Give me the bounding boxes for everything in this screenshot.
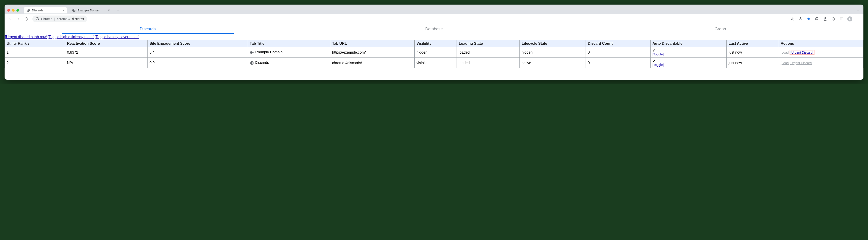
check-icon: ✔ bbox=[652, 49, 724, 53]
page-tabstrip: Discards Database Graph bbox=[5, 24, 863, 34]
omnibox-scheme: Chrome bbox=[41, 17, 53, 21]
browser-tab-discards[interactable]: Discards × bbox=[24, 7, 67, 13]
omnibox[interactable]: Chrome | chrome://discards bbox=[32, 16, 87, 22]
tab-discards[interactable]: Discards bbox=[5, 24, 291, 34]
cell-auto-discardable: ✔ [Toggle] bbox=[651, 58, 727, 68]
table-row: 2 N/A 0.0 Discards chrome://discards/ vi… bbox=[5, 58, 863, 68]
col-reactivation-score[interactable]: Reactivation Score bbox=[65, 40, 148, 47]
header-label: Loading State bbox=[459, 41, 483, 46]
toggle-battery-saver-link[interactable]: [Toggle battery saver mode] bbox=[95, 35, 140, 39]
chevron-down-icon[interactable]: ⌄ bbox=[857, 8, 859, 12]
back-button[interactable] bbox=[7, 16, 13, 22]
tab-database[interactable]: Database bbox=[291, 24, 577, 34]
load-action-link: [Load] bbox=[781, 61, 789, 65]
col-actions[interactable]: Actions bbox=[779, 40, 863, 47]
top-action-links: [Urgent discard a tab now][Toggle high e… bbox=[5, 34, 863, 40]
tab-graph[interactable]: Graph bbox=[577, 24, 863, 34]
cell-actions: [Load][Urgent Discard] bbox=[779, 47, 863, 58]
page-content: Discards Database Graph [Urgent discard … bbox=[5, 24, 863, 80]
new-tab-button[interactable]: + bbox=[115, 7, 121, 13]
side-panel-icon[interactable] bbox=[838, 16, 845, 22]
cell-title-text: Discards bbox=[255, 61, 269, 65]
header-label: Last Active bbox=[728, 41, 748, 46]
close-icon[interactable]: × bbox=[62, 8, 64, 12]
zoom-icon[interactable] bbox=[789, 16, 796, 22]
cell-engagement: 6.4 bbox=[148, 47, 248, 58]
col-utility-rank[interactable]: Utility Rank▲ bbox=[5, 40, 65, 47]
svg-point-5 bbox=[832, 18, 835, 20]
chrome-logo-icon bbox=[36, 17, 39, 21]
cell-last-active: just now bbox=[727, 47, 779, 58]
share-icon[interactable] bbox=[797, 16, 804, 22]
close-icon[interactable]: × bbox=[108, 8, 110, 12]
cell-last-active: just now bbox=[727, 58, 779, 68]
browser-tab-example[interactable]: Example Domain × bbox=[69, 7, 113, 13]
cell-rank: 2 bbox=[5, 58, 65, 68]
col-lifecycle-state[interactable]: Lifecycle State bbox=[520, 40, 586, 47]
col-site-engagement[interactable]: Site Engagement Score bbox=[148, 40, 248, 47]
cell-url: chrome://discards/ bbox=[330, 58, 414, 68]
cell-visibility: visible bbox=[414, 58, 457, 68]
table-header-row: Utility Rank▲ Reactivation Score Site En… bbox=[5, 40, 863, 47]
col-discard-count[interactable]: Discard Count bbox=[586, 40, 651, 47]
titlebar: Discards × Example Domain × + ⌄ bbox=[5, 5, 863, 14]
cell-title: Discards bbox=[248, 58, 330, 68]
toolbar: Chrome | chrome://discards bbox=[5, 14, 863, 24]
table-row: 1 0.8372 6.4 Example Domain https://exam… bbox=[5, 47, 863, 58]
load-action-link: [Load] bbox=[781, 51, 789, 54]
cell-reactivation: 0.8372 bbox=[65, 47, 148, 58]
urgent-discard-action-link[interactable]: [Urgent Discard] bbox=[790, 51, 813, 54]
cell-loading: loaded bbox=[457, 58, 520, 68]
header-label: Site Engagement Score bbox=[150, 41, 190, 46]
col-auto-discardable[interactable]: Auto Discardable bbox=[651, 40, 727, 47]
window-minimize-button[interactable] bbox=[12, 9, 14, 12]
cell-engagement: 0.0 bbox=[148, 58, 248, 68]
globe-icon bbox=[250, 51, 254, 55]
cell-title: Example Domain bbox=[248, 47, 330, 58]
auto-discardable-toggle-link[interactable]: [Toggle] bbox=[652, 63, 724, 67]
browser-tab-label: Discards bbox=[32, 9, 43, 12]
cell-auto-discardable: ✔ [Toggle] bbox=[651, 47, 727, 58]
globe-icon bbox=[26, 8, 30, 12]
bookmark-star-icon[interactable] bbox=[806, 16, 812, 22]
window-controls bbox=[7, 9, 19, 12]
col-visibility[interactable]: Visibility bbox=[414, 40, 457, 47]
highlight-annotation: [Urgent Discard] bbox=[789, 50, 814, 55]
urgent-discard-now-link[interactable]: [Urgent discard a tab now] bbox=[5, 35, 48, 39]
col-tab-url[interactable]: Tab URL bbox=[330, 40, 414, 47]
cell-discard-count: 0 bbox=[586, 58, 651, 68]
col-loading-state[interactable]: Loading State bbox=[457, 40, 520, 47]
tab-label: Database bbox=[425, 27, 443, 31]
discards-table: Utility Rank▲ Reactivation Score Site En… bbox=[5, 40, 863, 68]
toggle-high-efficiency-link[interactable]: [Toggle high efficiency mode] bbox=[48, 35, 95, 39]
forward-button[interactable] bbox=[15, 16, 22, 22]
cell-title-text: Example Domain bbox=[255, 50, 283, 54]
col-last-active[interactable]: Last Active bbox=[727, 40, 779, 47]
header-label: Lifecycle State bbox=[522, 41, 547, 46]
header-label: Visibility bbox=[416, 41, 432, 46]
svg-point-3 bbox=[37, 18, 38, 19]
profile-avatar[interactable] bbox=[846, 16, 853, 22]
omnibox-separator: | bbox=[54, 17, 55, 21]
tab-label: Graph bbox=[715, 27, 726, 31]
browser-window: Discards × Example Domain × + ⌄ C bbox=[5, 5, 863, 80]
cell-reactivation: N/A bbox=[65, 58, 148, 68]
labs-icon[interactable] bbox=[822, 16, 828, 22]
extensions-icon[interactable] bbox=[814, 16, 820, 22]
window-maximize-button[interactable] bbox=[17, 9, 19, 12]
svg-rect-6 bbox=[840, 18, 843, 20]
omnibox-path: discards bbox=[72, 17, 84, 21]
cell-loading: loaded bbox=[457, 47, 520, 58]
cell-rank: 1 bbox=[5, 47, 65, 58]
window-close-button[interactable] bbox=[7, 9, 10, 12]
devices-icon[interactable] bbox=[830, 16, 837, 22]
auto-discardable-toggle-link[interactable]: [Toggle] bbox=[652, 53, 724, 56]
kebab-menu-icon[interactable]: ⋮ bbox=[855, 16, 861, 22]
omnibox-path-prefix: chrome:// bbox=[57, 17, 70, 21]
header-label: Tab Title bbox=[250, 41, 265, 46]
cell-discard-count: 0 bbox=[586, 47, 651, 58]
col-tab-title[interactable]: Tab Title bbox=[248, 40, 330, 47]
reload-button[interactable] bbox=[23, 16, 30, 22]
header-label: Utility Rank bbox=[7, 41, 27, 46]
header-label: Discard Count bbox=[588, 41, 613, 46]
